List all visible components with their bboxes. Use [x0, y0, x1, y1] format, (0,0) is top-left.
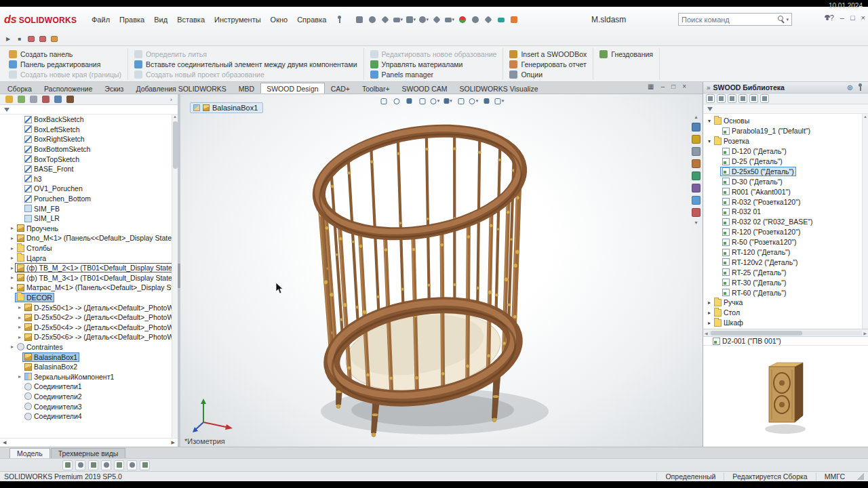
tree-item[interactable]: DECOR [0, 293, 178, 303]
expand-arrow-icon[interactable]: ▸ [16, 334, 23, 340]
refresh-icon[interactable] [760, 94, 769, 103]
expand-arrow-icon[interactable]: ▸ [9, 265, 16, 271]
apply-scene-icon[interactable] [481, 96, 492, 106]
tree-item[interactable]: ▸D-25x50<2> -> (Деталь<<Default>_PhotoWo… [0, 312, 178, 323]
selection-breadcrumb[interactable]: BalasinaBox1 [190, 102, 263, 113]
scroll-right-icon[interactable]: ▶ [172, 440, 175, 445]
swood-tab-icon[interactable] [66, 96, 74, 103]
ribbon-command[interactable]: Insert a SWOODBox [509, 49, 587, 59]
expand-arrow-icon[interactable]: ▸ [706, 310, 713, 316]
library-item[interactable]: R-032 01 [703, 207, 868, 217]
tree-item[interactable]: h3 [0, 174, 178, 184]
expand-arrow-icon[interactable]: ▸ [9, 225, 16, 231]
select-icon[interactable]: ▾ [443, 14, 455, 26]
tree-item[interactable]: Poruchen_Bottom [0, 194, 178, 204]
scenes-icon[interactable] [692, 184, 701, 192]
ribbon-command[interactable]: Опции [509, 69, 587, 79]
library-item[interactable]: RT-120 ("Деталь") [703, 247, 868, 258]
library-vertical-scrollbar[interactable]: ▲ [862, 114, 868, 329]
edit-appearance-icon[interactable]: ▾ [469, 96, 479, 106]
menu-item[interactable]: Окно [266, 14, 293, 26]
appearances-icon[interactable] [508, 14, 519, 26]
options-icon[interactable] [482, 14, 494, 26]
tree-vertical-scrollbar[interactable]: ▲ [172, 115, 178, 438]
library-item[interactable]: RT-60 ("Деталь") [703, 287, 868, 298]
tab[interactable]: CAD+ [325, 83, 356, 94]
tree-item[interactable]: BoxBottomSketch [0, 144, 178, 155]
home-icon[interactable] [692, 123, 701, 131]
library-item[interactable]: D-25x50 ("Деталь") [703, 166, 868, 176]
zoom-area-icon[interactable] [391, 96, 402, 106]
library-item[interactable]: ▾Основы [703, 116, 868, 126]
tree-item[interactable]: SIM_FB [0, 203, 178, 214]
workspace-icon[interactable]: ▦ [648, 83, 654, 90]
tree-item[interactable]: BoxRightSketch [0, 134, 178, 144]
tree-item[interactable]: ▸Матрас_М<1> (Панель<<Default>_Display S… [0, 283, 178, 293]
scroll-up-icon[interactable]: ▲ [863, 115, 867, 119]
close-icon[interactable]: × [861, 14, 865, 22]
scroll-right-icon[interactable]: ▶ [863, 331, 867, 336]
library-item[interactable]: ▸Шкаф [703, 318, 868, 328]
tree-item[interactable]: Соединители3 [0, 401, 178, 411]
expand-arrow-icon[interactable]: ▾ [706, 138, 713, 144]
tree-item[interactable]: Соединители1 [0, 382, 178, 392]
displaymanager-tab-icon[interactable] [54, 96, 62, 103]
line-icon[interactable] [101, 460, 111, 470]
tree-item[interactable]: ▸ЗеркальныйКомпонент1 [0, 371, 178, 382]
tree-item[interactable]: ▸Contraintes [0, 342, 178, 352]
graphics-viewport[interactable]: ▾▾▾▾ BalasinaBox1 ▲▼ [180, 94, 703, 447]
collapse-panel-icon[interactable]: » [707, 84, 711, 92]
list-view-icon[interactable] [728, 94, 736, 103]
stop-macro-icon[interactable]: ■ [15, 34, 24, 43]
propertymanager-tab-icon[interactable] [18, 96, 25, 103]
arc-icon[interactable] [114, 460, 124, 470]
library-item[interactable]: Parabola19_1 ("Default") [703, 126, 868, 136]
redo-icon[interactable] [431, 14, 442, 26]
tree-item[interactable]: ▸D-25x50<1> -> (Деталь<<Default>_PhotoWo… [0, 302, 178, 312]
hide-show-items-icon[interactable] [456, 96, 467, 106]
ribbon-command[interactable]: Вставьте соединительный элемент между дв… [134, 59, 357, 69]
tree-item[interactable]: Соединители2 [0, 392, 178, 402]
select-icon[interactable] [62, 460, 73, 470]
tab[interactable]: MBD [233, 83, 260, 94]
new-document-icon[interactable] [366, 14, 378, 26]
ribbon-command[interactable]: Панель редактирования [9, 59, 121, 69]
home-icon[interactable] [353, 14, 365, 26]
library-item[interactable]: RT-25 ("Деталь") [703, 267, 868, 277]
view-orientation-icon[interactable]: ▾ [430, 96, 441, 106]
tree-item[interactable]: BASE_Front [0, 164, 178, 174]
tab[interactable]: SWOOD CAM [396, 83, 454, 94]
tree-item[interactable]: BalasinaBox1 [0, 352, 178, 362]
featuremanager-tab-icon[interactable] [5, 96, 13, 103]
file-properties-icon[interactable] [469, 14, 481, 26]
scroll-down-icon[interactable]: ▼ [694, 220, 698, 225]
tab[interactable]: Эскиз [98, 83, 130, 94]
library-item[interactable]: D-25 ("Деталь") [703, 157, 868, 167]
tree-item[interactable]: ▸Столбы [0, 243, 178, 253]
tab[interactable]: Toolbar+ [356, 83, 396, 94]
ribbon-command[interactable]: Генерировать отчет [509, 59, 587, 69]
library-list-item[interactable]: D2-001 ("ПВ 001") [703, 337, 868, 345]
record-macro-icon[interactable] [26, 34, 36, 43]
save-icon[interactable]: ▾ [392, 14, 403, 26]
expand-arrow-icon[interactable]: ▸ [9, 274, 16, 281]
expand-arrow-icon[interactable]: ▸ [706, 320, 713, 326]
ribbon-command[interactable]: Panels manager [370, 69, 497, 79]
filter-icon[interactable] [4, 108, 9, 112]
dropdown-icon[interactable]: ▾ [502, 98, 505, 104]
tree-item[interactable]: ▸(ф) TB_M_2<1> (TB01<Default_Display Sta… [0, 263, 178, 273]
tree-item[interactable]: ▸D-25x50<4> -> (Деталь<<Default>_PhotoWo… [0, 322, 178, 332]
macro-button-1-icon[interactable] [38, 34, 47, 43]
dropdown-icon[interactable]: ▾ [437, 98, 440, 104]
configurationmanager-tab-icon[interactable] [30, 96, 37, 103]
design-library-icon[interactable] [692, 135, 701, 144]
model-tab[interactable]: Модель [9, 448, 50, 458]
tree-item[interactable]: Соединители4 [0, 411, 178, 422]
close-icon[interactable]: × [682, 83, 686, 90]
wood-panel-thumbnail[interactable] [755, 356, 816, 437]
details-view-icon[interactable] [738, 94, 747, 103]
tree-item[interactable]: BalasinaBox2 [0, 362, 178, 372]
expand-arrow-icon[interactable]: ▸ [9, 285, 16, 291]
expand-arrow-icon[interactable]: ▸ [16, 373, 23, 380]
dropdown-icon[interactable]: ▾ [450, 98, 452, 104]
